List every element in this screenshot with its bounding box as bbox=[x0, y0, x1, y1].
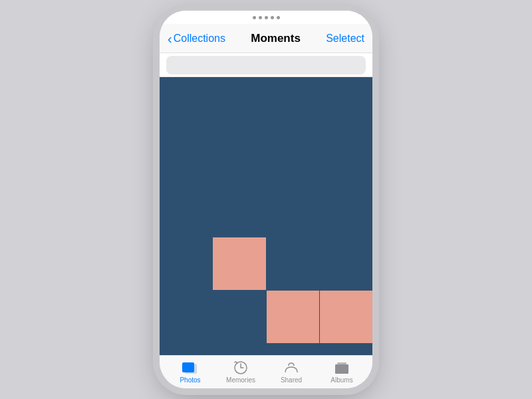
tab-memories[interactable]: Memories bbox=[215, 360, 266, 384]
albums-tab-label: Albums bbox=[331, 376, 352, 384]
phone-frame: ‹ Collections Moments Seletect Photos bbox=[160, 11, 372, 388]
back-button[interactable]: ‹ Collections bbox=[168, 32, 225, 45]
back-chevron-icon: ‹ bbox=[168, 32, 172, 45]
photo-cell[interactable] bbox=[267, 344, 319, 355]
status-bar bbox=[160, 11, 372, 24]
status-dots bbox=[253, 16, 280, 19]
photo-cell[interactable] bbox=[320, 291, 372, 343]
memories-tab-label: Memories bbox=[226, 376, 255, 384]
photo-cell[interactable] bbox=[267, 237, 319, 290]
nav-title: Moments bbox=[251, 32, 301, 45]
photo-cell[interactable] bbox=[320, 237, 372, 290]
nav-bar: ‹ Collections Moments Seletect bbox=[160, 24, 372, 53]
photo-cell[interactable] bbox=[267, 184, 319, 237]
photo-cell[interactable] bbox=[213, 291, 265, 343]
status-dot bbox=[265, 16, 268, 19]
search-bar bbox=[160, 53, 372, 77]
svg-rect-3 bbox=[335, 364, 348, 374]
photo-cell[interactable] bbox=[320, 77, 372, 130]
tab-shared[interactable]: Shared bbox=[266, 360, 317, 384]
albums-tab-icon bbox=[333, 360, 350, 375]
svg-rect-4 bbox=[337, 362, 346, 364]
back-label: Collections bbox=[174, 33, 225, 45]
photo-cell[interactable] bbox=[160, 77, 212, 130]
status-dot bbox=[271, 16, 274, 19]
status-dot bbox=[277, 16, 280, 19]
photo-cell[interactable] bbox=[213, 237, 265, 290]
photos-tab-icon bbox=[182, 360, 199, 375]
photo-cell[interactable] bbox=[213, 130, 265, 183]
photo-cell[interactable] bbox=[267, 130, 319, 183]
shared-tab-icon bbox=[283, 360, 300, 375]
svg-rect-1 bbox=[182, 362, 194, 372]
photo-cell[interactable] bbox=[213, 344, 265, 355]
photo-cell[interactable] bbox=[160, 344, 212, 355]
tab-photos[interactable]: Photos bbox=[165, 360, 215, 384]
photo-cell[interactable] bbox=[267, 291, 319, 343]
photos-tab-label: Photos bbox=[180, 376, 200, 384]
photo-cell[interactable] bbox=[160, 291, 212, 343]
photo-cell[interactable] bbox=[320, 130, 372, 183]
photo-cell[interactable] bbox=[320, 344, 372, 355]
photo-cell[interactable] bbox=[160, 237, 212, 290]
photo-cell[interactable] bbox=[213, 77, 265, 130]
shared-tab-label: Shared bbox=[281, 376, 302, 384]
select-button[interactable]: Seletect bbox=[326, 33, 364, 45]
photo-cell[interactable] bbox=[160, 130, 212, 183]
photo-grid bbox=[160, 77, 372, 355]
status-dot bbox=[259, 16, 262, 19]
status-dot bbox=[253, 16, 256, 19]
tab-albums[interactable]: Albums bbox=[317, 360, 367, 384]
tab-bar: Photos Memories Shared bbox=[160, 355, 372, 388]
photo-cell[interactable] bbox=[160, 184, 212, 237]
photo-cell[interactable] bbox=[213, 184, 265, 237]
photo-cell[interactable] bbox=[320, 184, 372, 237]
photo-cell[interactable] bbox=[267, 77, 319, 130]
search-input[interactable] bbox=[166, 56, 366, 74]
memories-tab-icon bbox=[232, 360, 249, 375]
